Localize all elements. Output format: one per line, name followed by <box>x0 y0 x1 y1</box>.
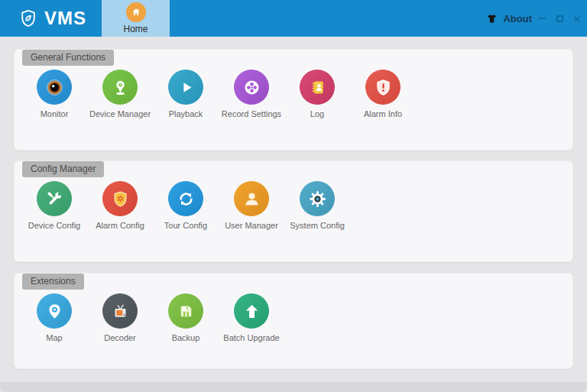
app-item-record-settings[interactable]: Record Settings <box>219 70 284 118</box>
about-label: About <box>503 13 532 24</box>
app-item-log[interactable]: Log <box>284 70 350 118</box>
app-item-label: Log <box>310 109 324 118</box>
monitor-icon <box>37 70 72 105</box>
app-title: VMS <box>44 8 86 29</box>
app-item-label: Decoder <box>104 333 136 342</box>
window-controls: × <box>537 0 582 37</box>
app-item-backup[interactable]: Backup <box>153 293 219 342</box>
app-item-user-manager[interactable]: User Manager <box>219 181 284 230</box>
app-item-decoder[interactable]: Decoder <box>87 293 153 342</box>
map-icon <box>37 293 72 329</box>
app-item-label: Record Settings <box>222 109 281 118</box>
app-item-label: User Manager <box>225 221 278 230</box>
app-item-playback[interactable]: Playback <box>153 70 219 118</box>
alarm-config-icon <box>102 181 138 216</box>
app-item-label: Backup <box>172 333 200 342</box>
system-config-icon <box>300 181 335 216</box>
log-icon <box>300 70 335 105</box>
app-item-label: Alarm Config <box>96 221 144 230</box>
about-button[interactable]: About <box>485 0 532 37</box>
titlebar: VMS Home About × <box>0 0 587 37</box>
decoder-icon <box>102 293 138 329</box>
app-item-label: Tour Config <box>164 221 207 230</box>
device-manager-icon <box>102 70 138 105</box>
app-item-tour-config[interactable]: Tour Config <box>153 181 219 230</box>
app-item-device-manager[interactable]: Device Manager <box>87 70 153 118</box>
app-item-alarm-info[interactable]: Alarm Info <box>350 70 416 118</box>
alarm-info-icon <box>365 70 401 105</box>
batch-upgrade-icon <box>234 293 269 329</box>
app-item-label: Alarm Info <box>364 109 402 118</box>
section-config-manager: Config Manager Device Config <box>14 160 573 262</box>
section-extensions: Extensions Map <box>14 273 573 369</box>
app-item-monitor[interactable]: Monitor <box>21 70 87 118</box>
minimize-button[interactable] <box>537 13 547 24</box>
tab-home[interactable]: Home <box>102 0 170 37</box>
app-item-label: Playback <box>169 109 203 118</box>
app-window: VMS Home About × General Functions <box>0 0 587 392</box>
app-item-label: Monitor <box>41 109 69 118</box>
app-brand: VMS <box>18 7 86 30</box>
tshirt-skin-icon <box>485 12 498 25</box>
app-item-label: Batch Upgrade <box>223 333 279 342</box>
record-settings-icon <box>234 70 269 105</box>
tour-config-icon <box>168 181 203 216</box>
playback-icon <box>168 70 203 105</box>
section-general-functions: General Functions Monitor <box>14 49 573 151</box>
app-item-label: Device Config <box>28 221 80 230</box>
app-item-batch-upgrade[interactable]: Batch Upgrade <box>219 293 284 342</box>
tab-home-label: Home <box>123 24 148 34</box>
section-tag: Config Manager <box>22 161 104 177</box>
app-item-alarm-config[interactable]: Alarm Config <box>87 181 153 230</box>
device-config-icon <box>37 181 72 216</box>
app-item-label: Map <box>46 333 62 342</box>
close-button[interactable]: × <box>572 13 582 24</box>
app-item-label: Device Manager <box>89 109 151 118</box>
section-tag: General Functions <box>22 50 114 66</box>
maximize-button[interactable] <box>554 13 565 24</box>
app-item-map[interactable]: Map <box>21 293 87 342</box>
app-item-label: System Config <box>290 221 345 230</box>
home-icon <box>126 2 146 22</box>
backup-icon <box>168 293 203 329</box>
app-item-system-config[interactable]: System Config <box>284 181 350 230</box>
shield-logo-icon <box>18 7 38 30</box>
section-tag: Extensions <box>22 274 84 290</box>
window-bottom-frame <box>0 382 587 392</box>
user-manager-icon <box>234 181 269 216</box>
app-item-device-config[interactable]: Device Config <box>21 181 87 230</box>
